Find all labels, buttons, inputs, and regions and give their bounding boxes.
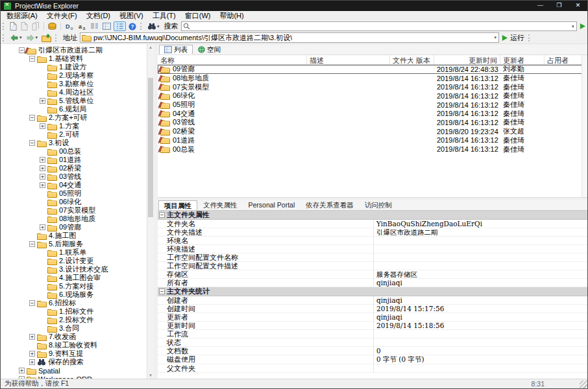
forward-button[interactable]: ▾ xyxy=(25,33,40,43)
detail-view-button[interactable] xyxy=(101,21,112,31)
file-row[interactable]: 08地形地质2019/8/14 16:13:12秦佳琦 xyxy=(158,74,587,83)
close-button[interactable]: ✕ xyxy=(569,1,587,11)
tree-item[interactable]: +Workspace-ORD xyxy=(1,375,147,379)
collapse-toggle-icon[interactable]: − xyxy=(29,140,35,146)
toolbar-grip[interactable] xyxy=(3,23,6,30)
search-dropdown-icon[interactable]: ▾ xyxy=(570,24,576,29)
property-row[interactable]: 状态 xyxy=(158,338,587,347)
menu-item-5[interactable]: 工具(T) xyxy=(148,11,180,21)
collapse-toggle-icon[interactable]: − xyxy=(29,241,35,247)
export-button[interactable] xyxy=(47,21,58,31)
maximize-button[interactable]: ❐ xyxy=(550,1,569,11)
collapse-toggle-icon[interactable]: − xyxy=(29,115,35,121)
expand-toggle-icon[interactable]: + xyxy=(40,182,45,188)
property-row[interactable]: 文件夹名YinBaoQuShiZhengDaoLuErQi xyxy=(158,220,587,228)
file-row[interactable]: 01道路2019/8/14 16:13:12秦佳琦 xyxy=(158,136,587,145)
properties-tab-3[interactable]: Personal Portal xyxy=(243,200,300,210)
back-button[interactable]: ▾ xyxy=(8,33,23,43)
tree-item[interactable]: 2.可研 xyxy=(1,130,147,139)
collapse-toggle-icon[interactable]: − xyxy=(29,300,35,306)
property-row[interactable]: 父文件夹 xyxy=(158,364,587,373)
expand-toggle-icon[interactable]: + xyxy=(40,157,45,163)
address-input[interactable]: pw:\\JNCJ-BIM.fuwuqi\Documents\引爆区市政道路二期… xyxy=(80,32,499,43)
menu-item-3[interactable]: 文档(D) xyxy=(82,11,115,21)
column-header-user[interactable]: 占用者 xyxy=(545,55,583,64)
property-row[interactable]: 所有者qinjiaqi xyxy=(158,279,587,287)
file-row[interactable]: 04交通2019/8/14 16:13:12秦佳琦 xyxy=(158,109,587,118)
file-row[interactable]: 03管线2019/8/14 16:13:12秦佳琦 xyxy=(158,118,587,127)
file-row[interactable]: 07实景模型2019/8/14 16:13:12秦佳琦 xyxy=(158,82,587,91)
column-header-size[interactable]: 文件大小 xyxy=(390,55,413,64)
interface-button[interactable]: aa xyxy=(77,21,88,31)
properties-tab-1[interactable]: 项目属性 xyxy=(158,200,197,210)
find-button[interactable]: ▾ xyxy=(146,21,161,31)
paste-button-disabled[interactable] xyxy=(31,21,41,31)
help-button[interactable]: ? xyxy=(127,21,138,31)
list-view-button[interactable] xyxy=(114,21,126,31)
expand-toggle-icon[interactable]: + xyxy=(40,98,45,104)
column-header-name[interactable]: 名称 xyxy=(158,55,307,64)
tree-item[interactable]: +保存的搜索 xyxy=(1,358,147,366)
column-header-updated[interactable]: 更新时间 xyxy=(434,55,500,64)
scroll-down-icon[interactable]: ▼ xyxy=(147,372,154,379)
menu-item-2[interactable]: 文件夹(F) xyxy=(42,11,82,21)
property-row[interactable]: 环境描述 xyxy=(158,245,587,253)
list-tab-list[interactable]: 列表 xyxy=(159,45,193,54)
toolbar-grip[interactable] xyxy=(528,34,532,41)
list-tab-spatial[interactable]: 空间 xyxy=(193,45,225,54)
small-list-view-button[interactable] xyxy=(89,21,100,31)
property-row[interactable]: 创建者qinjiaqi xyxy=(158,296,587,305)
collapse-toggle-icon[interactable]: − xyxy=(159,289,165,294)
run-button[interactable]: 运行 xyxy=(500,33,526,43)
expand-toggle-icon[interactable]: + xyxy=(40,123,45,129)
column-header-version[interactable]: 版本 xyxy=(413,55,434,64)
expand-toggle-icon[interactable]: + xyxy=(40,165,45,171)
expand-toggle-icon[interactable]: + xyxy=(29,359,35,365)
back-history-caret-icon[interactable]: ▾ xyxy=(19,35,22,40)
expand-toggle-icon[interactable]: + xyxy=(29,351,35,357)
menu-item-4[interactable]: 视图(V) xyxy=(115,11,148,21)
file-row[interactable]: 06绿化2019/8/14 16:13:12秦佳琦 xyxy=(158,91,587,100)
property-row[interactable]: 磁盘使用0 字节 (0 字节) xyxy=(158,355,587,364)
property-row[interactable]: 工作流 xyxy=(158,330,587,338)
title-bar[interactable]: ProjectWise Explorer — ❐ ✕ xyxy=(1,1,587,11)
property-row[interactable]: 工作空间配置文件描述 xyxy=(158,262,587,270)
collapse-toggle-icon[interactable]: − xyxy=(29,56,35,62)
column-header-updater[interactable]: 更新者 xyxy=(500,55,545,64)
expand-toggle-icon[interactable]: + xyxy=(19,368,25,373)
new-document-button[interactable] xyxy=(8,21,18,31)
tree-item[interactable]: +Spatial xyxy=(1,366,147,375)
properties-tab-5[interactable]: 访问控制 xyxy=(360,200,397,210)
expand-toggle-icon[interactable]: + xyxy=(29,334,35,340)
properties-tab-4[interactable]: 依存关系查看器 xyxy=(300,200,359,210)
expand-toggle-icon[interactable]: + xyxy=(40,224,45,230)
column-header-desc[interactable]: 描述 xyxy=(307,55,390,64)
toolbar-grip[interactable] xyxy=(55,34,58,41)
property-row[interactable]: 环境名 xyxy=(158,237,587,245)
file-row[interactable]: 09管廊2019/8/24 22:48:33刘孝勤 xyxy=(158,65,587,74)
toolbar-grip[interactable] xyxy=(140,23,143,30)
minimize-button[interactable]: — xyxy=(531,1,550,11)
file-row[interactable]: 00总装2019/8/14 16:13:12秦佳琦 xyxy=(158,145,587,154)
forward-history-caret-icon[interactable]: ▾ xyxy=(36,35,38,40)
tree-scrollbar[interactable]: ▲ ▼ xyxy=(147,44,154,379)
collapse-toggle-icon[interactable]: − xyxy=(159,212,165,218)
menu-item-1[interactable]: 数据源(A) xyxy=(2,11,42,21)
property-row[interactable]: 更新时间2019/8/14 15:18:56 xyxy=(158,322,587,330)
properties-tab-2[interactable]: 文件夹属性 xyxy=(198,200,243,210)
menu-item-7[interactable]: 帮助(H) xyxy=(215,11,248,21)
search-input[interactable]: ▾ xyxy=(181,21,577,31)
property-section-header[interactable]: −主文件夹属性 xyxy=(158,211,587,220)
toolbar-grip[interactable] xyxy=(3,34,6,41)
file-row[interactable]: 05照明2019/8/14 16:13:12秦佳琦 xyxy=(158,100,587,110)
menu-item-6[interactable]: 窗口(W) xyxy=(180,11,215,21)
property-row[interactable]: 存储区服务器存储区 xyxy=(158,270,587,279)
copy-list-button[interactable]: Do xyxy=(64,21,75,31)
expand-toggle-icon[interactable]: + xyxy=(19,376,25,379)
property-row[interactable]: 更新者qinjiaqi xyxy=(158,313,587,322)
copy-button-disabled[interactable] xyxy=(19,21,29,31)
tree-scrollbar-thumb[interactable] xyxy=(148,78,153,217)
property-row[interactable]: 创建时间2019/8/14 15:17:56 xyxy=(158,305,587,313)
file-row[interactable]: 02桥梁2019/8/20 19:23:24张文超 xyxy=(158,127,587,136)
property-section-header[interactable]: −主文件夹统计 xyxy=(158,287,587,296)
